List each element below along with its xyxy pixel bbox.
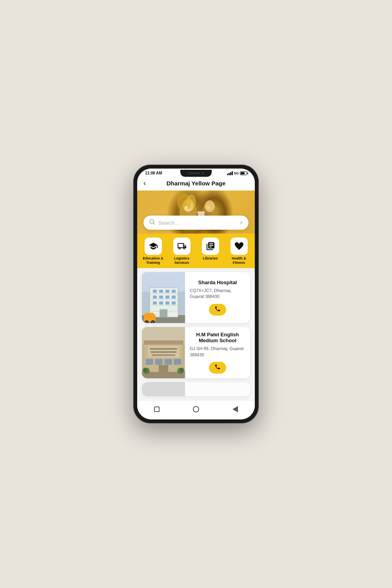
hospital-info: Sharda Hospital CQ7X+JC7, Dharmaj, Gujar…: [185, 272, 250, 323]
svg-rect-32: [160, 309, 167, 317]
svg-point-6: [184, 206, 188, 211]
svg-rect-45: [150, 348, 177, 350]
school-photo: [142, 327, 185, 378]
education-label: Education & Training: [142, 256, 165, 265]
svg-rect-23: [172, 290, 176, 293]
search-icon: [149, 219, 155, 227]
partial-image: [142, 382, 185, 396]
svg-rect-18: [150, 305, 178, 306]
network-type: 5G: [234, 171, 239, 175]
svg-rect-16: [150, 294, 178, 294]
svg-rect-52: [159, 365, 168, 372]
phone-frame: 11:08 AM 5G: [133, 165, 259, 423]
partial-info: [185, 382, 250, 396]
svg-rect-25: [159, 296, 163, 299]
logistics-icon: [177, 241, 187, 251]
education-icon-bg: [145, 238, 162, 255]
listing-card-school: H.M Patel English Medium School GJ SH 89…: [142, 327, 250, 378]
square-icon: [154, 407, 160, 412]
listing-card-hospital: Sharda Hospital CQ7X+JC7, Dharmaj, Gujar…: [142, 272, 250, 323]
status-time: 11:08 AM: [145, 171, 162, 175]
nav-home-button[interactable]: [191, 404, 201, 415]
back-icon: [232, 406, 238, 412]
search-bar[interactable]: Search... ×: [143, 216, 249, 230]
svg-rect-50: [165, 359, 172, 365]
svg-rect-49: [155, 359, 162, 365]
category-education[interactable]: Education & Training: [142, 238, 165, 265]
svg-rect-30: [165, 301, 169, 305]
status-bar: 11:08 AM 5G: [137, 169, 255, 176]
status-indicators: 5G: [227, 171, 247, 175]
svg-rect-26: [165, 296, 169, 299]
camera: [201, 172, 204, 174]
svg-rect-43: [144, 341, 183, 345]
svg-point-37: [146, 321, 147, 323]
search-input[interactable]: Search...: [158, 220, 237, 226]
phone-screen: 11:08 AM 5G: [137, 169, 255, 419]
svg-rect-20: [153, 290, 157, 293]
bottom-nav: [137, 400, 255, 419]
category-logistics[interactable]: Logistics Services: [170, 238, 194, 265]
search-container: Search... ×: [143, 216, 249, 230]
library-icon: [206, 241, 215, 251]
phone-icon-2: [214, 364, 221, 371]
svg-line-11: [153, 223, 154, 224]
svg-rect-31: [172, 301, 176, 305]
hospital-call-button[interactable]: [209, 304, 226, 316]
back-button[interactable]: ‹: [143, 179, 153, 187]
school-info: H.M Patel English Medium School GJ SH 89…: [185, 327, 250, 378]
hospital-address: CQ7X+JC7, Dharmaj, Gujarat 388430: [190, 288, 245, 300]
svg-rect-28: [153, 301, 157, 305]
svg-rect-51: [174, 359, 181, 365]
signal-icon: [227, 171, 233, 175]
nav-recents-button[interactable]: [151, 404, 162, 415]
svg-rect-21: [159, 290, 163, 293]
hero-section: Search... ×: [137, 191, 255, 234]
home-icon: [193, 406, 199, 412]
speaker: [188, 172, 200, 174]
school-call-button[interactable]: [209, 362, 226, 374]
svg-rect-47: [152, 354, 175, 356]
svg-point-3: [187, 194, 196, 209]
svg-rect-48: [146, 359, 153, 365]
svg-rect-34: [145, 313, 154, 316]
search-clear-button[interactable]: ×: [240, 220, 243, 226]
school-name: H.M Patel English Medium School: [190, 332, 245, 343]
listing-card-partial: [142, 382, 250, 396]
svg-rect-46: [151, 351, 176, 353]
notch-area: [180, 170, 212, 177]
svg-rect-27: [172, 296, 176, 299]
education-icon: [149, 241, 158, 251]
svg-rect-22: [165, 290, 169, 293]
svg-point-56: [180, 368, 184, 372]
listings-area: Sharda Hospital CQ7X+JC7, Dharmaj, Gujar…: [137, 268, 255, 400]
hospital-name: Sharda Hospital: [190, 279, 245, 285]
health-icon: [234, 241, 244, 251]
hospital-art: [142, 272, 185, 323]
school-art: [142, 327, 185, 378]
battery-icon: [240, 171, 247, 175]
svg-rect-24: [153, 296, 157, 299]
libraries-icon-bg: [202, 238, 219, 255]
page-title: Dharmaj Yellow Page: [153, 180, 239, 187]
svg-point-54: [143, 368, 147, 372]
battery-fill: [241, 172, 245, 174]
hospital-photo: [142, 272, 185, 323]
svg-rect-29: [159, 301, 163, 305]
svg-rect-9: [197, 211, 205, 213]
nav-back-button[interactable]: [230, 404, 241, 415]
hospital-image: [142, 272, 185, 323]
school-address: GJ SH 89, Dharmaj, Gujarat 388430: [190, 346, 245, 358]
health-icon-bg: [230, 238, 248, 255]
libraries-label: Libraries: [203, 256, 218, 261]
logistics-label: Logistics Services: [170, 256, 194, 265]
category-libraries[interactable]: Libraries: [199, 238, 222, 265]
logistics-icon-bg: [173, 238, 191, 255]
svg-point-7: [207, 205, 211, 210]
health-label: Health & Fitness: [227, 256, 251, 265]
svg-point-38: [152, 321, 154, 323]
category-health[interactable]: Health & Fitness: [227, 238, 251, 265]
phone-icon: [214, 306, 221, 313]
notch: [180, 170, 212, 177]
svg-rect-17: [150, 299, 178, 300]
